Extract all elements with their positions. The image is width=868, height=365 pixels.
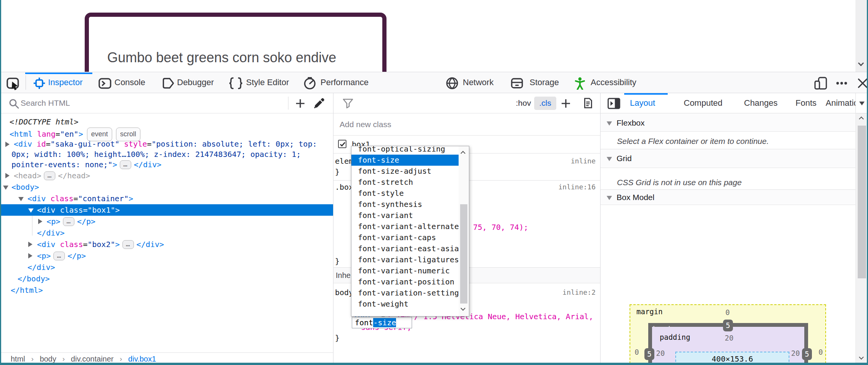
expand-arrow-icon[interactable]	[5, 173, 10, 178]
markup-row[interactable]: </html>	[0, 284, 333, 296]
autocomplete-item[interactable]: font-variant-caps	[351, 232, 459, 243]
menu-icon[interactable]	[835, 77, 848, 90]
border-top-value[interactable]: 5	[723, 320, 733, 331]
sidetab-animations[interactable]: Animations	[826, 93, 855, 113]
sidebar-toggle-icon[interactable]	[607, 97, 620, 111]
search-input[interactable]: Search HTML	[21, 93, 70, 113]
add-class-input[interactable]: Add new class	[340, 114, 391, 135]
margin-top-value[interactable]: 0	[722, 308, 733, 317]
tab-performance[interactable]: Performance	[320, 72, 369, 93]
print-simulation-icon[interactable]	[582, 97, 594, 109]
panel-splitter[interactable]	[333, 93, 333, 365]
collapsed-content-pill[interactable]: …	[44, 171, 55, 180]
markup-row[interactable]: 0px; width: 100%; height…100%; z-index: …	[0, 149, 333, 160]
collapsed-content-pill[interactable]: …	[53, 252, 65, 260]
expand-arrow-icon[interactable]	[38, 219, 42, 224]
autocomplete-item[interactable]: font-size-adjust	[351, 166, 459, 177]
expand-arrow-icon[interactable]	[5, 142, 10, 147]
scrollbar-thumb[interactable]	[858, 126, 866, 278]
expand-arrow-icon[interactable]	[28, 253, 32, 258]
pick-element-icon[interactable]	[6, 77, 19, 90]
border-right-value[interactable]: 5	[802, 348, 812, 360]
section-box-model[interactable]: Box Model	[601, 190, 855, 205]
property-name-editor[interactable]: font-size	[352, 317, 412, 328]
layout-scrollbar[interactable]	[855, 113, 868, 363]
breadcrumb-item[interactable]: div.box1	[128, 355, 156, 363]
add-node-icon[interactable]	[295, 98, 306, 109]
scrollbar-thumb[interactable]	[460, 204, 467, 304]
collapsed-content-pill[interactable]: …	[120, 160, 131, 169]
autocomplete-item[interactable]: font-variation-settings	[351, 287, 459, 299]
section-grid[interactable]: Grid	[601, 149, 855, 168]
collapse-arrow-icon[interactable]	[3, 186, 8, 190]
markup-row[interactable]: <div id="saka-gui-root" style="position:…	[0, 139, 333, 149]
markup-row[interactable]: <html lang="en">eventscroll	[0, 128, 333, 139]
collapsed-content-pill[interactable]: …	[63, 217, 74, 226]
tab-network[interactable]: Network	[463, 72, 494, 93]
collapse-arrow-icon[interactable]	[28, 208, 34, 213]
markup-row[interactable]: <p>…</p>	[0, 216, 333, 227]
padding-left-value[interactable]: 20	[653, 349, 668, 357]
markup-row[interactable]: </div>	[0, 227, 333, 239]
sidetab-layout[interactable]: Layout	[630, 93, 655, 113]
box-model-padding-box[interactable]: padding 20 20 20 20 400×153.6	[652, 327, 804, 365]
autocomplete-item[interactable]: font-variant-position	[351, 276, 459, 287]
scroll-down-icon[interactable]	[858, 60, 864, 66]
tab-storage[interactable]: Storage	[530, 72, 559, 93]
box-model-margin-box[interactable]: margin 0 0 0 40 border padding 20 20 20 …	[630, 304, 826, 365]
autocomplete-item[interactable]: font-variant-east-asian	[351, 243, 459, 254]
margin-right-value[interactable]: 0	[815, 348, 826, 356]
autocomplete-item[interactable]: font-style	[351, 188, 459, 199]
rule-element-source[interactable]: inline	[571, 156, 596, 166]
markup-row[interactable]: <body>	[0, 181, 333, 193]
collapsed-content-pill[interactable]: …	[122, 240, 134, 249]
markup-row[interactable]: <div class="container">	[0, 193, 333, 204]
section-flexbox[interactable]: Flexbox	[601, 114, 855, 132]
popup-scrollbar[interactable]	[459, 146, 469, 316]
autocomplete-item[interactable]: font-synthesis	[351, 199, 459, 210]
class-toggle-button[interactable]: .cls	[534, 97, 556, 110]
sidetab-computed[interactable]: Computed	[684, 93, 723, 113]
autocomplete-item[interactable]: font-size	[351, 155, 459, 166]
expand-arrow-icon[interactable]	[28, 242, 32, 247]
scroll-down-icon[interactable]	[859, 355, 864, 360]
scroll-down-icon[interactable]	[461, 306, 465, 311]
rule-body-source[interactable]: inline:2	[562, 287, 596, 298]
sidetab-changes[interactable]: Changes	[744, 93, 778, 113]
breadcrumb-item[interactable]: html	[11, 355, 25, 363]
markup-row[interactable]: pointer-events: none;">…</div>	[0, 160, 333, 170]
autocomplete-item[interactable]: font-weight	[351, 299, 459, 310]
markup-row[interactable]: </body>	[0, 273, 333, 284]
autocomplete-item[interactable]: font-variant-numeric	[351, 265, 459, 276]
margin-left-value[interactable]: 0	[631, 348, 643, 356]
sidetab-fonts[interactable]: Fonts	[796, 93, 816, 113]
markup-row[interactable]: <head>…</head>	[0, 170, 333, 181]
border-left-value[interactable]: 5	[644, 348, 654, 360]
collapse-arrow-icon[interactable]	[18, 197, 24, 201]
markup-row[interactable]: <div class="box2">…</div>	[0, 239, 333, 250]
close-icon[interactable]	[856, 77, 868, 90]
autocomplete-item[interactable]: font-variant	[351, 210, 459, 221]
autocomplete-item[interactable]: font-variant-ligatures	[351, 254, 459, 265]
autocomplete-item[interactable]: font-variant-alternates	[351, 221, 459, 232]
breadcrumb-item[interactable]: div.container	[71, 355, 114, 363]
class-checkbox[interactable]	[338, 140, 346, 148]
tab-console[interactable]: Console	[114, 72, 145, 93]
scroll-up-icon[interactable]	[461, 151, 465, 156]
responsive-design-mode-icon[interactable]	[814, 77, 827, 90]
scroll-up-icon[interactable]	[859, 116, 864, 121]
pseudo-class-button[interactable]: :hov	[516, 93, 531, 113]
breadcrumb-item[interactable]: body	[40, 355, 56, 363]
tab-accessibility[interactable]: Accessibility	[591, 72, 636, 93]
autocomplete-item[interactable]: font-optical-sizing	[351, 146, 459, 155]
rule-box1-source[interactable]: inline:16	[558, 182, 596, 192]
markup-row[interactable]: <!DOCTYPE html>	[0, 116, 333, 128]
panel-splitter[interactable]	[600, 93, 601, 365]
tab-inspector[interactable]: Inspector	[48, 72, 83, 93]
tab-style-editor[interactable]: Style Editor	[246, 72, 289, 93]
markup-row-selected[interactable]: <div class="box1">	[0, 204, 333, 216]
box-model-border-box[interactable]: border padding 20 20 20 20 400×153.6 5 5…	[648, 323, 808, 365]
page-scrollbar[interactable]	[855, 0, 867, 72]
add-rule-icon[interactable]	[560, 98, 572, 109]
markup-row[interactable]: <p>…</p>	[0, 250, 333, 262]
